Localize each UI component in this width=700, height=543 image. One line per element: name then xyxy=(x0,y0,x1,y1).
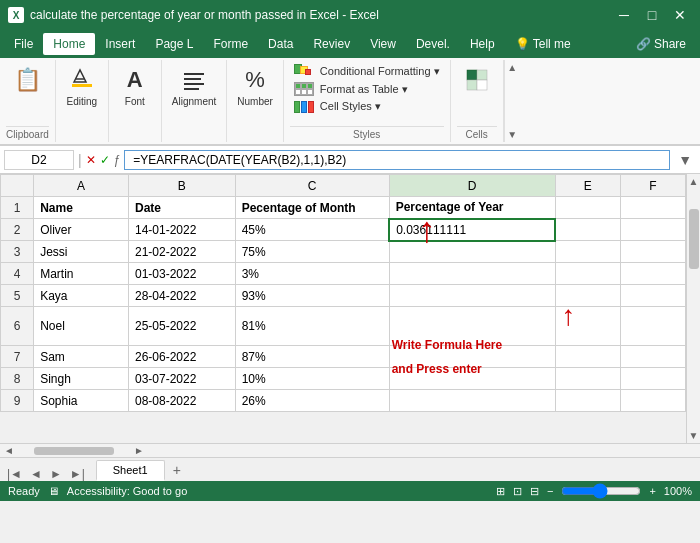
menu-file[interactable]: File xyxy=(4,33,43,55)
scroll-thumb[interactable] xyxy=(689,209,699,269)
cell-b4[interactable]: 01-03-2022 xyxy=(128,263,235,285)
cell-e4[interactable] xyxy=(555,263,620,285)
cell-d8[interactable]: and Press enter xyxy=(389,368,555,390)
col-header-e[interactable]: E xyxy=(555,175,620,197)
cell-f4[interactable] xyxy=(620,263,685,285)
close-button[interactable]: ✕ xyxy=(668,5,692,25)
menu-home[interactable]: Home xyxy=(43,33,95,55)
cancel-formula-icon[interactable]: ✕ xyxy=(86,153,96,167)
cell-b7[interactable]: 26-06-2022 xyxy=(128,346,235,368)
scroll-up-button[interactable]: ▲ xyxy=(687,174,700,189)
vertical-scrollbar[interactable]: ▲ ▼ xyxy=(686,174,700,443)
cell-c8[interactable]: 10% xyxy=(235,368,389,390)
cell-f2[interactable] xyxy=(620,219,685,241)
sheet-tab-sheet1[interactable]: Sheet1 xyxy=(96,460,165,481)
menu-tell-me[interactable]: 💡 Tell me xyxy=(505,33,581,55)
scroll-down-button[interactable]: ▼ xyxy=(687,428,700,443)
scroll-right-button[interactable]: ► xyxy=(134,445,144,456)
cell-styles-button[interactable]: Cell Styles ▾ xyxy=(290,98,444,115)
cell-c4[interactable]: 3% xyxy=(235,263,389,285)
menu-review[interactable]: Reviev xyxy=(303,33,360,55)
menu-share[interactable]: 🔗 Share xyxy=(626,33,696,55)
cell-f6[interactable] xyxy=(620,307,685,346)
scroll-left-button[interactable]: ◄ xyxy=(4,445,14,456)
menu-insert[interactable]: Insert xyxy=(95,33,145,55)
view-normal-icon[interactable]: ⊞ xyxy=(496,485,505,498)
formula-input[interactable] xyxy=(124,150,670,170)
horizontal-scrollbar[interactable]: ◄ ► xyxy=(0,443,700,457)
cell-reference-box[interactable] xyxy=(4,150,74,170)
cell-c3[interactable]: 75% xyxy=(235,241,389,263)
cells-button[interactable] xyxy=(457,62,497,98)
cell-d9[interactable] xyxy=(389,390,555,412)
menu-formulas[interactable]: Forme xyxy=(203,33,258,55)
cell-e9[interactable] xyxy=(555,390,620,412)
cell-b1[interactable]: Date xyxy=(128,197,235,219)
cell-e1[interactable] xyxy=(555,197,620,219)
cell-b3[interactable]: 21-02-2022 xyxy=(128,241,235,263)
col-header-b[interactable]: B xyxy=(128,175,235,197)
zoom-slider[interactable] xyxy=(561,487,641,495)
cell-b8[interactable]: 03-07-2022 xyxy=(128,368,235,390)
clipboard-button[interactable]: 📋 xyxy=(7,62,47,98)
tab-first-button[interactable]: |◄ xyxy=(4,467,25,481)
cell-a4[interactable]: Martin xyxy=(34,263,129,285)
cell-f3[interactable] xyxy=(620,241,685,263)
zoom-in-icon[interactable]: + xyxy=(649,485,655,497)
cell-a9[interactable]: Sophia xyxy=(34,390,129,412)
cell-d3[interactable] xyxy=(389,241,555,263)
cell-a1[interactable]: Name xyxy=(34,197,129,219)
number-button[interactable]: % Number xyxy=(233,62,277,110)
cell-e6[interactable]: ↑ xyxy=(555,307,620,346)
cell-b6[interactable]: 25-05-2022 xyxy=(128,307,235,346)
formula-expand-icon[interactable]: ▼ xyxy=(674,152,696,168)
view-layout-icon[interactable]: ⊡ xyxy=(513,485,522,498)
cell-d6[interactable] xyxy=(389,307,555,346)
menu-page-layout[interactable]: Page L xyxy=(145,33,203,55)
tab-next-button[interactable]: ► xyxy=(47,467,65,481)
view-page-icon[interactable]: ⊟ xyxy=(530,485,539,498)
format-as-table-button[interactable]: Format as Table ▾ xyxy=(290,80,444,98)
zoom-out-icon[interactable]: − xyxy=(547,485,553,497)
cell-a8[interactable]: Singh xyxy=(34,368,129,390)
minimize-button[interactable]: ─ xyxy=(612,5,636,25)
cell-a6[interactable]: Noel xyxy=(34,307,129,346)
sheet-wrapper[interactable]: A B C D E F 1 Name Date Pecentage of Mon… xyxy=(0,174,686,443)
font-button[interactable]: A Font xyxy=(115,62,155,110)
cell-f9[interactable] xyxy=(620,390,685,412)
col-header-a[interactable]: A xyxy=(34,175,129,197)
ribbon-scroll-up[interactable]: ▲ xyxy=(507,62,518,73)
cell-f5[interactable] xyxy=(620,285,685,307)
conditional-formatting-button[interactable]: Conditional Formatting ▾ xyxy=(290,62,444,80)
alignment-button[interactable]: Alignment xyxy=(168,62,220,110)
cell-c1[interactable]: Pecentage of Month xyxy=(235,197,389,219)
cell-f1[interactable] xyxy=(620,197,685,219)
cell-d1[interactable]: Percentage of Year xyxy=(389,197,555,219)
cell-a7[interactable]: Sam xyxy=(34,346,129,368)
col-header-d[interactable]: D xyxy=(389,175,555,197)
col-header-f[interactable]: F xyxy=(620,175,685,197)
cell-a3[interactable]: Jessi xyxy=(34,241,129,263)
h-scroll-thumb[interactable] xyxy=(34,447,114,455)
menu-view[interactable]: View xyxy=(360,33,406,55)
cell-c6[interactable]: 81% xyxy=(235,307,389,346)
cell-d4[interactable] xyxy=(389,263,555,285)
add-sheet-button[interactable]: + xyxy=(165,459,189,481)
tab-prev-button[interactable]: ◄ xyxy=(27,467,45,481)
cell-a5[interactable]: Kaya xyxy=(34,285,129,307)
maximize-button[interactable]: □ xyxy=(640,5,664,25)
cell-b2[interactable]: 14-01-2022 xyxy=(128,219,235,241)
cell-b9[interactable]: 08-08-2022 xyxy=(128,390,235,412)
cell-d2[interactable]: 0.036111111 xyxy=(389,219,555,241)
menu-help[interactable]: Help xyxy=(460,33,505,55)
cell-a2[interactable]: Oliver xyxy=(34,219,129,241)
cell-d5[interactable] xyxy=(389,285,555,307)
editing-button[interactable]: Editing xyxy=(62,62,102,110)
menu-developer[interactable]: Devel. xyxy=(406,33,460,55)
cell-c5[interactable]: 93% xyxy=(235,285,389,307)
cell-c9[interactable]: 26% xyxy=(235,390,389,412)
cell-d7[interactable]: Write Formula Here xyxy=(389,346,555,368)
col-header-c[interactable]: C xyxy=(235,175,389,197)
cell-e8[interactable] xyxy=(555,368,620,390)
menu-data[interactable]: Data xyxy=(258,33,303,55)
